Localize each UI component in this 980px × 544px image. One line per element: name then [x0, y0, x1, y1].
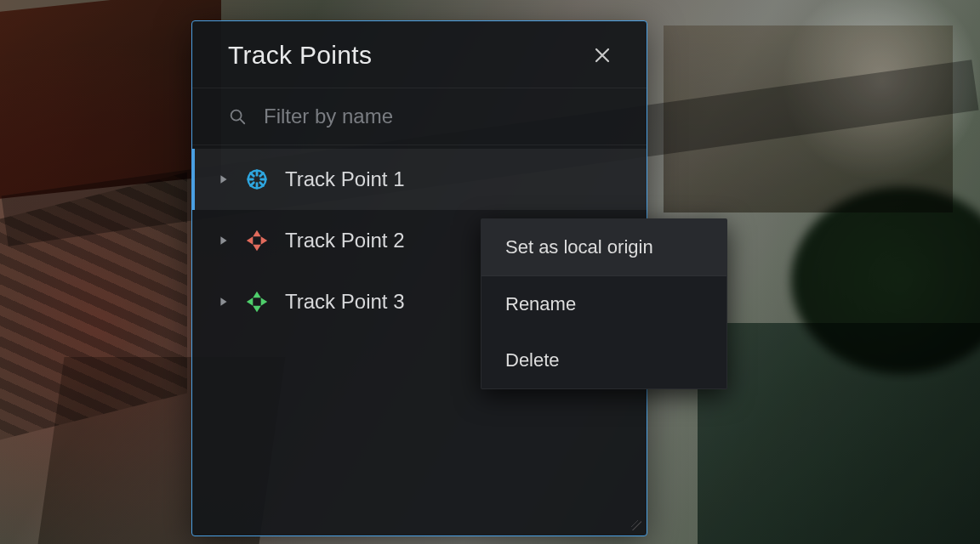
svg-line-9 [260, 173, 264, 177]
disclosure-triangle-icon[interactable] [219, 174, 229, 184]
search-icon [228, 107, 247, 126]
track-point-marker-icon [244, 228, 270, 253]
disclosure-triangle-icon[interactable] [219, 235, 229, 246]
track-point-label: Track Point 1 [285, 167, 630, 191]
track-point-marker-icon [244, 289, 270, 314]
close-button[interactable] [587, 40, 618, 71]
panel-title: Track Points [228, 41, 372, 70]
track-point-marker-icon [244, 167, 270, 192]
disclosure-triangle-icon[interactable] [219, 297, 229, 307]
track-point-item[interactable]: Track Point 1 [192, 149, 647, 210]
svg-line-7 [251, 173, 254, 177]
context-menu-item[interactable]: Delete [481, 332, 726, 388]
filter-input[interactable] [262, 104, 611, 129]
context-menu: Set as local originRenameDelete [481, 218, 727, 389]
svg-line-8 [260, 183, 264, 186]
panel-header: Track Points [192, 21, 647, 88]
context-menu-item[interactable]: Rename [481, 276, 726, 332]
filter-row [192, 88, 647, 144]
close-icon [592, 45, 612, 65]
svg-line-1 [240, 119, 244, 123]
svg-line-10 [251, 183, 254, 186]
context-menu-item[interactable]: Set as local origin [481, 219, 726, 275]
